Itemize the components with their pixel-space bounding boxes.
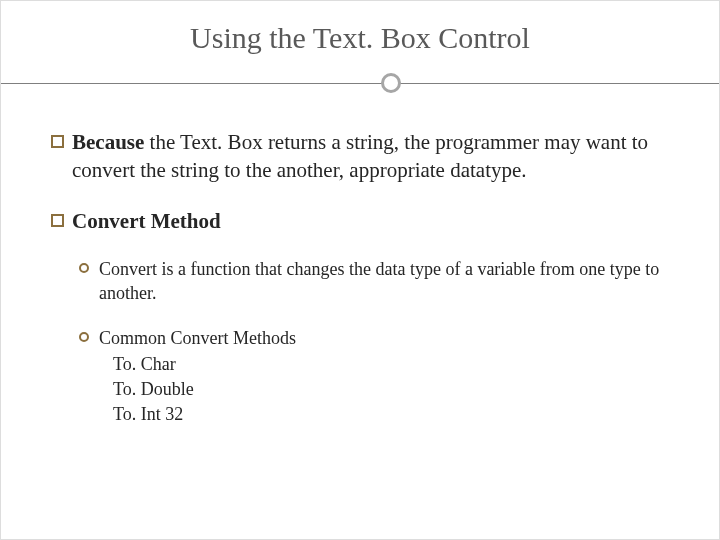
subbullet-label: Common Convert Methods bbox=[99, 328, 296, 348]
method-list: To. Char To. Double To. Int 32 bbox=[99, 352, 669, 428]
divider-circle-icon bbox=[381, 73, 401, 93]
divider bbox=[51, 73, 669, 93]
square-bullet-icon bbox=[51, 214, 64, 227]
divider-line bbox=[1, 83, 719, 84]
subbullet-text: Common Convert Methods To. Char To. Doub… bbox=[99, 326, 669, 428]
bullet-level1: Because the Text. Box returns a string, … bbox=[51, 128, 669, 185]
bullet-level2: Common Convert Methods To. Char To. Doub… bbox=[79, 326, 669, 428]
bullet-text: Convert Method bbox=[72, 207, 669, 235]
subbullet-text: Convert is a function that changes the d… bbox=[99, 257, 669, 306]
title-block: Using the Text. Box Control bbox=[51, 21, 669, 93]
content: Because the Text. Box returns a string, … bbox=[51, 128, 669, 427]
slide: Using the Text. Box Control Because the … bbox=[0, 0, 720, 540]
list-item: To. Int 32 bbox=[113, 402, 669, 427]
bullet-lead: Because bbox=[72, 130, 144, 154]
bullet-text: Because the Text. Box returns a string, … bbox=[72, 128, 669, 185]
bullet-level1: Convert Method bbox=[51, 207, 669, 235]
slide-title: Using the Text. Box Control bbox=[51, 21, 669, 73]
list-item: To. Char bbox=[113, 352, 669, 377]
circle-bullet-icon bbox=[79, 332, 89, 342]
list-item: To. Double bbox=[113, 377, 669, 402]
circle-bullet-icon bbox=[79, 263, 89, 273]
bullet-level2: Convert is a function that changes the d… bbox=[79, 257, 669, 306]
bullet-rest: the Text. Box returns a string, the prog… bbox=[72, 130, 648, 182]
square-bullet-icon bbox=[51, 135, 64, 148]
